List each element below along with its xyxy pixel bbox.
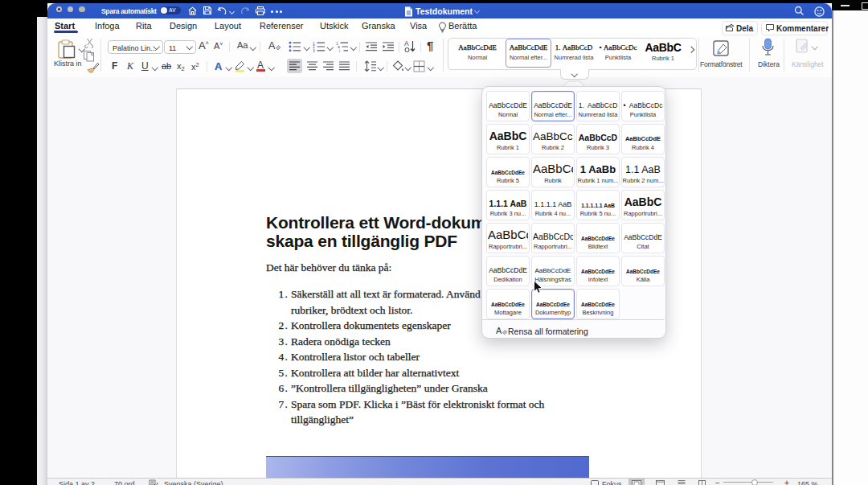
- svg-text:A: A: [268, 40, 276, 51]
- svg-text:A: A: [496, 326, 502, 335]
- svg-text:3: 3: [313, 48, 315, 52]
- svg-text:A: A: [404, 39, 409, 47]
- svg-text:i: i: [339, 48, 340, 52]
